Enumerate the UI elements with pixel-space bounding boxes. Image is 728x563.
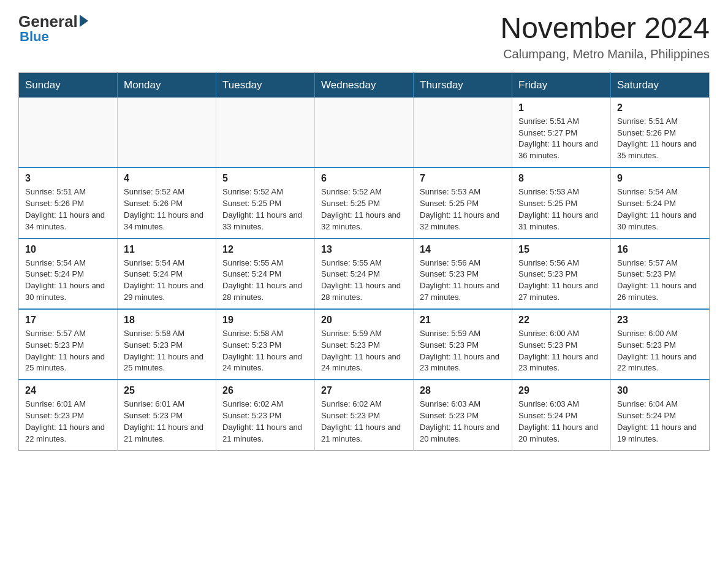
day-number: 14 [420, 244, 506, 255]
day-number: 24 [25, 385, 111, 396]
calendar-cell: 29Sunrise: 6:03 AMSunset: 5:24 PMDayligh… [512, 380, 611, 450]
calendar-header-friday: Friday [512, 72, 611, 98]
day-info: Sunrise: 6:03 AMSunset: 5:23 PMDaylight:… [420, 399, 506, 445]
day-number: 11 [124, 244, 210, 255]
day-number: 4 [124, 173, 210, 184]
day-info: Sunrise: 5:57 AMSunset: 5:23 PMDaylight:… [25, 328, 111, 374]
day-info: Sunrise: 5:51 AMSunset: 5:26 PMDaylight:… [617, 116, 703, 162]
calendar-cell: 12Sunrise: 5:55 AMSunset: 5:24 PMDayligh… [216, 239, 315, 309]
location-subtitle: Calumpang, Metro Manila, Philippines [500, 47, 710, 61]
calendar-cell: 13Sunrise: 5:55 AMSunset: 5:24 PMDayligh… [315, 239, 414, 309]
page-header: General Blue November 2024 Calumpang, Me… [18, 12, 710, 61]
day-info: Sunrise: 5:52 AMSunset: 5:25 PMDaylight:… [222, 186, 308, 232]
calendar-week-row: 24Sunrise: 6:01 AMSunset: 5:23 PMDayligh… [19, 380, 710, 450]
title-area: November 2024 Calumpang, Metro Manila, P… [500, 12, 710, 61]
calendar-cell: 15Sunrise: 5:56 AMSunset: 5:23 PMDayligh… [512, 239, 611, 309]
day-info: Sunrise: 5:57 AMSunset: 5:23 PMDaylight:… [617, 258, 703, 304]
calendar-cell: 27Sunrise: 6:02 AMSunset: 5:23 PMDayligh… [315, 380, 414, 450]
calendar-cell [315, 98, 414, 167]
logo-arrow-icon [80, 15, 88, 27]
day-number: 21 [420, 315, 506, 326]
month-title: November 2024 [500, 12, 710, 45]
calendar-cell: 28Sunrise: 6:03 AMSunset: 5:23 PMDayligh… [414, 380, 512, 450]
calendar-cell: 16Sunrise: 5:57 AMSunset: 5:23 PMDayligh… [611, 239, 710, 309]
day-info: Sunrise: 5:59 AMSunset: 5:23 PMDaylight:… [321, 328, 407, 374]
calendar-cell: 23Sunrise: 6:00 AMSunset: 5:23 PMDayligh… [611, 309, 710, 380]
day-number: 29 [518, 385, 604, 396]
day-number: 6 [321, 173, 407, 184]
day-number: 8 [518, 173, 604, 184]
calendar-cell: 10Sunrise: 5:54 AMSunset: 5:24 PMDayligh… [19, 239, 118, 309]
day-number: 30 [617, 385, 703, 396]
day-info: Sunrise: 6:04 AMSunset: 5:24 PMDaylight:… [617, 399, 703, 445]
day-number: 18 [124, 315, 210, 326]
day-info: Sunrise: 5:51 AMSunset: 5:26 PMDaylight:… [25, 186, 111, 232]
calendar-cell [216, 98, 315, 167]
calendar-header-monday: Monday [118, 72, 216, 98]
calendar-cell: 4Sunrise: 5:52 AMSunset: 5:26 PMDaylight… [118, 167, 216, 238]
day-info: Sunrise: 6:00 AMSunset: 5:23 PMDaylight:… [617, 328, 703, 374]
calendar-cell: 14Sunrise: 5:56 AMSunset: 5:23 PMDayligh… [414, 239, 512, 309]
day-info: Sunrise: 5:54 AMSunset: 5:24 PMDaylight:… [617, 186, 703, 232]
day-info: Sunrise: 5:51 AMSunset: 5:27 PMDaylight:… [518, 116, 604, 162]
day-info: Sunrise: 5:54 AMSunset: 5:24 PMDaylight:… [124, 258, 210, 304]
calendar-cell: 26Sunrise: 6:02 AMSunset: 5:23 PMDayligh… [216, 380, 315, 450]
calendar-header-sunday: Sunday [19, 72, 118, 98]
day-info: Sunrise: 5:54 AMSunset: 5:24 PMDaylight:… [25, 258, 111, 304]
day-number: 20 [321, 315, 407, 326]
calendar-header-wednesday: Wednesday [315, 72, 414, 98]
calendar-cell: 20Sunrise: 5:59 AMSunset: 5:23 PMDayligh… [315, 309, 414, 380]
calendar-week-row: 1Sunrise: 5:51 AMSunset: 5:27 PMDaylight… [19, 98, 710, 167]
day-number: 9 [617, 173, 703, 184]
day-number: 16 [617, 244, 703, 255]
day-number: 15 [518, 244, 604, 255]
day-number: 23 [617, 315, 703, 326]
day-number: 19 [222, 315, 308, 326]
day-info: Sunrise: 5:52 AMSunset: 5:25 PMDaylight:… [321, 186, 407, 232]
day-number: 13 [321, 244, 407, 255]
calendar-cell: 5Sunrise: 5:52 AMSunset: 5:25 PMDaylight… [216, 167, 315, 238]
day-number: 26 [222, 385, 308, 396]
day-number: 5 [222, 173, 308, 184]
day-info: Sunrise: 6:01 AMSunset: 5:23 PMDaylight:… [25, 399, 111, 445]
day-number: 28 [420, 385, 506, 396]
calendar-header-saturday: Saturday [611, 72, 710, 98]
calendar-cell: 19Sunrise: 5:58 AMSunset: 5:23 PMDayligh… [216, 309, 315, 380]
calendar-cell: 3Sunrise: 5:51 AMSunset: 5:26 PMDaylight… [19, 167, 118, 238]
calendar-cell [118, 98, 216, 167]
day-info: Sunrise: 6:01 AMSunset: 5:23 PMDaylight:… [124, 399, 210, 445]
calendar-cell: 25Sunrise: 6:01 AMSunset: 5:23 PMDayligh… [118, 380, 216, 450]
calendar-header-row: SundayMondayTuesdayWednesdayThursdayFrid… [19, 72, 710, 98]
day-info: Sunrise: 5:53 AMSunset: 5:25 PMDaylight:… [518, 186, 604, 232]
day-info: Sunrise: 5:56 AMSunset: 5:23 PMDaylight:… [420, 258, 506, 304]
calendar-cell: 17Sunrise: 5:57 AMSunset: 5:23 PMDayligh… [19, 309, 118, 380]
day-info: Sunrise: 5:53 AMSunset: 5:25 PMDaylight:… [420, 186, 506, 232]
day-info: Sunrise: 6:02 AMSunset: 5:23 PMDaylight:… [321, 399, 407, 445]
calendar-cell: 8Sunrise: 5:53 AMSunset: 5:25 PMDaylight… [512, 167, 611, 238]
calendar-cell [19, 98, 118, 167]
calendar-cell: 9Sunrise: 5:54 AMSunset: 5:24 PMDaylight… [611, 167, 710, 238]
calendar-table: SundayMondayTuesdayWednesdayThursdayFrid… [18, 72, 710, 451]
calendar-week-row: 17Sunrise: 5:57 AMSunset: 5:23 PMDayligh… [19, 309, 710, 380]
calendar-cell: 21Sunrise: 5:59 AMSunset: 5:23 PMDayligh… [414, 309, 512, 380]
day-number: 3 [25, 173, 111, 184]
calendar-cell: 7Sunrise: 5:53 AMSunset: 5:25 PMDaylight… [414, 167, 512, 238]
day-number: 1 [518, 102, 604, 113]
day-number: 25 [124, 385, 210, 396]
day-number: 27 [321, 385, 407, 396]
day-info: Sunrise: 5:55 AMSunset: 5:24 PMDaylight:… [222, 258, 308, 304]
calendar-cell: 6Sunrise: 5:52 AMSunset: 5:25 PMDaylight… [315, 167, 414, 238]
calendar-header-thursday: Thursday [414, 72, 512, 98]
day-number: 7 [420, 173, 506, 184]
day-number: 17 [25, 315, 111, 326]
day-info: Sunrise: 5:58 AMSunset: 5:23 PMDaylight:… [124, 328, 210, 374]
calendar-header-tuesday: Tuesday [216, 72, 315, 98]
day-info: Sunrise: 6:02 AMSunset: 5:23 PMDaylight:… [222, 399, 308, 445]
day-number: 22 [518, 315, 604, 326]
calendar-cell: 18Sunrise: 5:58 AMSunset: 5:23 PMDayligh… [118, 309, 216, 380]
day-info: Sunrise: 5:56 AMSunset: 5:23 PMDaylight:… [518, 258, 604, 304]
calendar-week-row: 10Sunrise: 5:54 AMSunset: 5:24 PMDayligh… [19, 239, 710, 309]
calendar-cell: 30Sunrise: 6:04 AMSunset: 5:24 PMDayligh… [611, 380, 710, 450]
calendar-week-row: 3Sunrise: 5:51 AMSunset: 5:26 PMDaylight… [19, 167, 710, 238]
day-info: Sunrise: 5:55 AMSunset: 5:24 PMDaylight:… [321, 258, 407, 304]
